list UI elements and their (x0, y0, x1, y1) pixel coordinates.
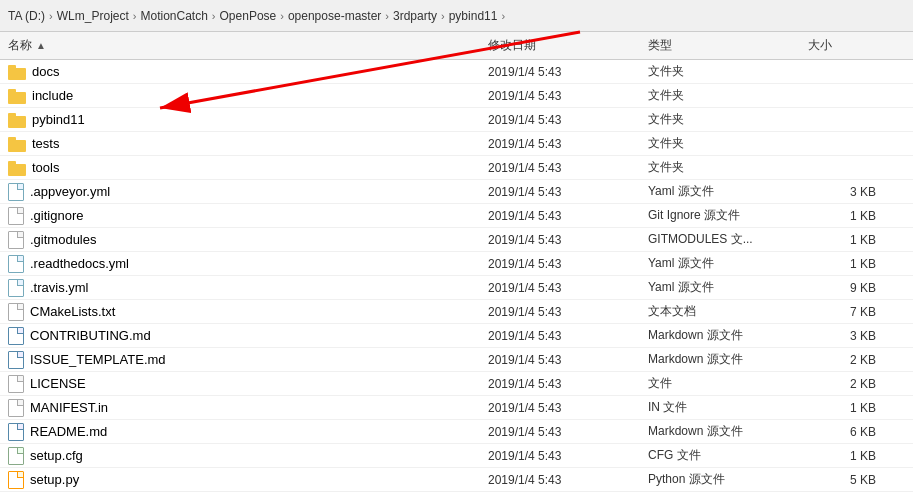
file-type: 文件夹 (648, 159, 808, 176)
file-type: Git Ignore 源文件 (648, 207, 808, 224)
file-type: Yaml 源文件 (648, 183, 808, 200)
file-type: 文件 (648, 375, 808, 392)
file-date: 2019/1/4 5:43 (488, 353, 648, 367)
file-type: GITMODULES 文... (648, 231, 808, 248)
table-row[interactable]: .gitmodules2019/1/4 5:43GITMODULES 文...1… (0, 228, 913, 252)
breadcrumb-3rdparty[interactable]: 3rdparty (393, 9, 437, 23)
table-row[interactable]: ISSUE_TEMPLATE.md2019/1/4 5:43Markdown 源… (0, 348, 913, 372)
file-icon (8, 471, 24, 489)
file-icon (8, 327, 24, 345)
file-icon (8, 447, 24, 465)
file-date: 2019/1/4 5:43 (488, 257, 648, 271)
file-name: .readthedocs.yml (30, 256, 129, 271)
file-name: .gitmodules (30, 232, 96, 247)
file-date: 2019/1/4 5:43 (488, 185, 648, 199)
file-icon (8, 351, 24, 369)
table-row[interactable]: tests2019/1/4 5:43文件夹 (0, 132, 913, 156)
file-date: 2019/1/4 5:43 (488, 329, 648, 343)
file-name: CONTRIBUTING.md (30, 328, 151, 343)
breadcrumb-openpose-master[interactable]: openpose-master (288, 9, 381, 23)
file-name: setup.py (30, 472, 79, 487)
file-icon (8, 255, 24, 273)
file-size: 6 KB (808, 425, 888, 439)
file-date: 2019/1/4 5:43 (488, 473, 648, 487)
breadcrumb-ta[interactable]: TA (D:) (8, 9, 45, 23)
table-row[interactable]: README.md2019/1/4 5:43Markdown 源文件6 KB (0, 420, 913, 444)
file-name: docs (32, 64, 59, 79)
file-icon (8, 112, 26, 128)
file-type: Python 源文件 (648, 471, 808, 488)
column-headers: 名称 ▲ 修改日期 类型 大小 (0, 32, 913, 60)
file-size: 2 KB (808, 353, 888, 367)
file-type: IN 文件 (648, 399, 808, 416)
table-row[interactable]: pybind112019/1/4 5:43文件夹 (0, 108, 913, 132)
table-row[interactable]: LICENSE2019/1/4 5:43文件2 KB (0, 372, 913, 396)
sort-arrow-icon: ▲ (36, 40, 46, 51)
file-name-cell: .gitmodules (8, 231, 488, 249)
table-row[interactable]: include2019/1/4 5:43文件夹 (0, 84, 913, 108)
breadcrumb-sep-0: › (49, 10, 53, 22)
col-header-type[interactable]: 类型 (648, 37, 808, 54)
file-name-cell: LICENSE (8, 375, 488, 393)
table-row[interactable]: tools2019/1/4 5:43文件夹 (0, 156, 913, 180)
file-name-cell: .readthedocs.yml (8, 255, 488, 273)
breadcrumb-openpose[interactable]: OpenPose (220, 9, 277, 23)
breadcrumb-wlm[interactable]: WLm_Project (57, 9, 129, 23)
file-explorer-window: TA (D:) › WLm_Project › MotionCatch › Op… (0, 0, 913, 500)
file-icon (8, 279, 24, 297)
file-icon (8, 88, 26, 104)
file-type: Markdown 源文件 (648, 327, 808, 344)
table-row[interactable]: .travis.yml2019/1/4 5:43Yaml 源文件9 KB (0, 276, 913, 300)
file-size: 5 KB (808, 473, 888, 487)
file-name: pybind11 (32, 112, 85, 127)
breadcrumb-sep-3: › (280, 10, 284, 22)
breadcrumb-motioncatch[interactable]: MotionCatch (140, 9, 207, 23)
file-type: Markdown 源文件 (648, 351, 808, 368)
file-icon (8, 183, 24, 201)
table-row[interactable]: .gitignore2019/1/4 5:43Git Ignore 源文件1 K… (0, 204, 913, 228)
breadcrumb-bar: TA (D:) › WLm_Project › MotionCatch › Op… (0, 0, 913, 32)
file-icon (8, 207, 24, 225)
breadcrumb-sep-1: › (133, 10, 137, 22)
file-type: Yaml 源文件 (648, 279, 808, 296)
file-date: 2019/1/4 5:43 (488, 65, 648, 79)
file-name: tests (32, 136, 59, 151)
breadcrumb-sep-6: › (501, 10, 505, 22)
col-header-size[interactable]: 大小 (808, 37, 888, 54)
file-date: 2019/1/4 5:43 (488, 449, 648, 463)
file-type: 文本文档 (648, 303, 808, 320)
file-type: 文件夹 (648, 87, 808, 104)
file-size: 3 KB (808, 329, 888, 343)
file-name-cell: setup.cfg (8, 447, 488, 465)
table-row[interactable]: .readthedocs.yml2019/1/4 5:43Yaml 源文件1 K… (0, 252, 913, 276)
table-row[interactable]: CONTRIBUTING.md2019/1/4 5:43Markdown 源文件… (0, 324, 913, 348)
file-name-cell: ISSUE_TEMPLATE.md (8, 351, 488, 369)
table-row[interactable]: setup.cfg2019/1/4 5:43CFG 文件1 KB (0, 444, 913, 468)
table-row[interactable]: setup.py2019/1/4 5:43Python 源文件5 KB (0, 468, 913, 492)
table-row[interactable]: CMakeLists.txt2019/1/4 5:43文本文档7 KB (0, 300, 913, 324)
file-name-cell: .appveyor.yml (8, 183, 488, 201)
table-row[interactable]: .appveyor.yml2019/1/4 5:43Yaml 源文件3 KB (0, 180, 913, 204)
file-list: docs2019/1/4 5:43文件夹include2019/1/4 5:43… (0, 60, 913, 500)
file-size: 9 KB (808, 281, 888, 295)
file-name: LICENSE (30, 376, 86, 391)
file-size: 1 KB (808, 257, 888, 271)
table-row[interactable]: docs2019/1/4 5:43文件夹 (0, 60, 913, 84)
col-header-date[interactable]: 修改日期 (488, 37, 648, 54)
breadcrumb-pybind11[interactable]: pybind11 (449, 9, 498, 23)
file-date: 2019/1/4 5:43 (488, 233, 648, 247)
file-type: 文件夹 (648, 63, 808, 80)
file-name-cell: MANIFEST.in (8, 399, 488, 417)
file-date: 2019/1/4 5:43 (488, 281, 648, 295)
file-size: 7 KB (808, 305, 888, 319)
col-header-name[interactable]: 名称 ▲ (8, 37, 488, 54)
file-name-cell: README.md (8, 423, 488, 441)
file-icon (8, 399, 24, 417)
file-type: 文件夹 (648, 111, 808, 128)
file-date: 2019/1/4 5:43 (488, 209, 648, 223)
file-icon (8, 423, 24, 441)
file-date: 2019/1/4 5:43 (488, 113, 648, 127)
file-icon (8, 160, 26, 176)
table-row[interactable]: MANIFEST.in2019/1/4 5:43IN 文件1 KB (0, 396, 913, 420)
file-name: .travis.yml (30, 280, 89, 295)
